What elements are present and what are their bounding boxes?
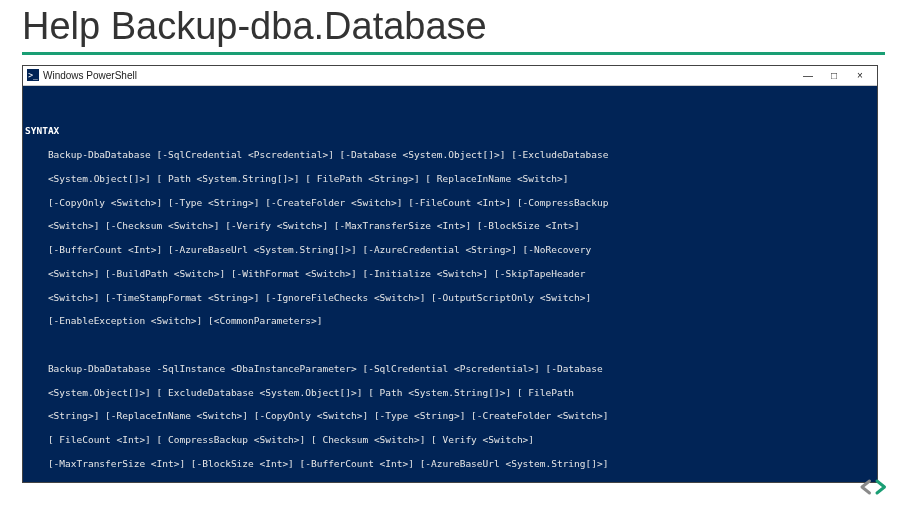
syntax-line: [-CopyOnly <Switch>] [-Type <String>] [-… bbox=[23, 197, 877, 209]
syntax-line: Backup-DbaDatabase [-SqlCredential <Pscr… bbox=[23, 149, 877, 161]
maximize-button[interactable]: □ bbox=[821, 66, 847, 84]
window-titlebar: >_ Windows PowerShell — □ × bbox=[23, 66, 877, 86]
window-title: Windows PowerShell bbox=[43, 70, 137, 81]
syntax-line: <System.Object[]>] [ Path <System.String… bbox=[23, 173, 877, 185]
powershell-window: >_ Windows PowerShell — □ × SYNTAX Backu… bbox=[22, 65, 878, 483]
syntax-line: <Switch>] [-TimeStampFormat <String>] [-… bbox=[23, 292, 877, 304]
syntax-line: Backup-DbaDatabase -SqlInstance <DbaInst… bbox=[23, 363, 877, 375]
minimize-button[interactable]: — bbox=[795, 66, 821, 84]
powershell-icon: >_ bbox=[27, 69, 39, 81]
syntax-line: <Switch>] [-Checksum <Switch>] [-Verify … bbox=[23, 220, 877, 232]
syntax-line: [ FileCount <Int>] [ CompressBackup <Swi… bbox=[23, 434, 877, 446]
syntax-line: [-BufferCount <Int>] [-AzureBaseUrl <Sys… bbox=[23, 244, 877, 256]
brand-logo-icon bbox=[859, 476, 889, 502]
title-underline bbox=[22, 52, 885, 55]
syntax-header: SYNTAX bbox=[23, 125, 877, 137]
syntax-line: <String>] [-ReplaceInName <Switch>] [-Co… bbox=[23, 410, 877, 422]
syntax-line: <Switch>] [-BuildPath <Switch>] [-WithFo… bbox=[23, 268, 877, 280]
page-title: Help Backup-dba.Database bbox=[0, 0, 907, 48]
console-output: SYNTAX Backup-DbaDatabase [-SqlCredentia… bbox=[23, 86, 877, 482]
close-button[interactable]: × bbox=[847, 66, 873, 84]
syntax-line: [-MaxTransferSize <Int>] [-BlockSize <In… bbox=[23, 458, 877, 470]
syntax-line: <System.Object[]>] [ ExcludeDatabase <Sy… bbox=[23, 387, 877, 399]
syntax-line: [-EnableException <Switch>] [<CommonPara… bbox=[23, 315, 877, 327]
